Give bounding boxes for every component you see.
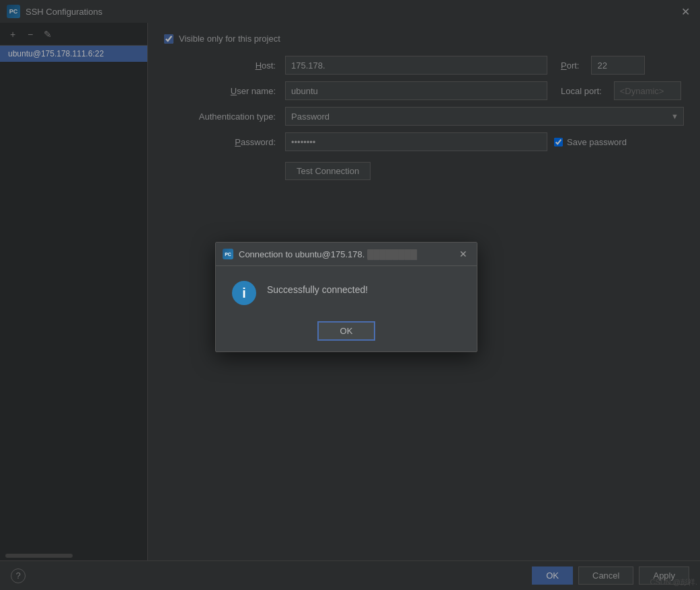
dialog-message: Successfully connected!	[267, 280, 368, 297]
dialog-title: Connection to ubuntu@175.178.████████	[239, 249, 420, 259]
dialog-title-left: PC Connection to ubuntu@175.178.████████	[223, 249, 420, 259]
dialog-app-icon: PC	[223, 249, 233, 259]
modal-overlay: PC Connection to ubuntu@175.178.████████…	[0, 0, 700, 590]
dialog-ok-button[interactable]: OK	[317, 321, 376, 341]
connection-dialog: PC Connection to ubuntu@175.178.████████…	[215, 242, 477, 352]
dialog-body: i Successfully connected!	[216, 266, 477, 316]
info-icon: i	[232, 281, 256, 305]
dialog-footer: OK	[216, 316, 477, 351]
dialog-close-button[interactable]: ✕	[457, 247, 470, 261]
dialog-title-bar: PC Connection to ubuntu@175.178.████████…	[216, 243, 477, 266]
